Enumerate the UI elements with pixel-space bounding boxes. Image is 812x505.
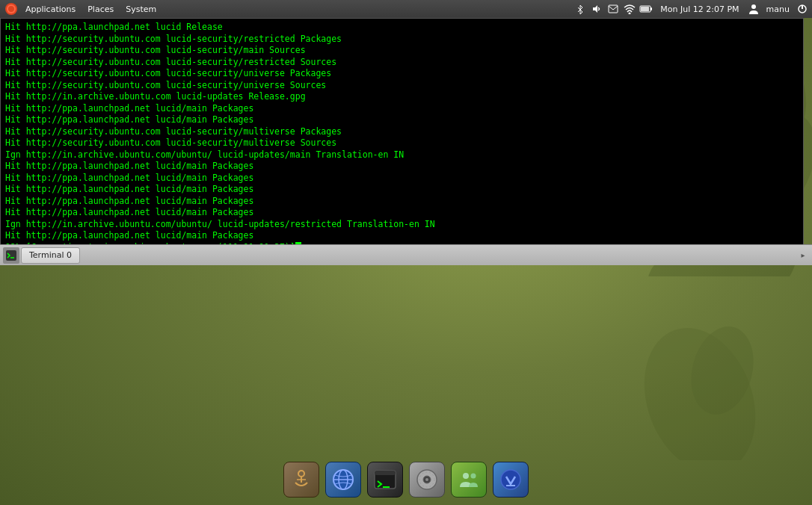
desktop-decoration-bottom — [625, 311, 775, 460]
user-icon — [747, 2, 760, 16]
svg-point-13 — [751, 4, 756, 9]
svg-point-33 — [501, 470, 520, 489]
svg-point-6 — [8, 6, 14, 12]
dock-icon-torrent[interactable] — [493, 462, 529, 498]
svg-point-3 — [682, 320, 763, 422]
dock-icon-people[interactable] — [451, 462, 487, 498]
terminal-body[interactable]: Hit http://ppa.launchpad.net lucid Relea… — [1, 19, 803, 256]
bottom-dock — [283, 462, 529, 498]
terminal-line: Hit http://ppa.launchpad.net lucid/main … — [5, 173, 799, 185]
dock-icon-terminal[interactable] — [367, 462, 403, 498]
panel-username[interactable]: manu — [763, 4, 793, 14]
panel-right: Mon Jul 12 2:07 PM manu — [573, 2, 809, 16]
terminal-line: Hit http://ppa.launchpad.net lucid/main … — [5, 103, 799, 115]
terminal-line: Hit http://security.ubuntu.com lucid-sec… — [5, 80, 799, 92]
terminal-line: Hit http://ppa.launchpad.net lucid/main … — [5, 161, 799, 173]
svg-point-32 — [471, 474, 476, 479]
terminal-line: Hit http://ppa.launchpad.net lucid/main … — [5, 207, 799, 219]
terminal-line: Hit http://ppa.launchpad.net lucid Relea… — [5, 22, 799, 34]
menu-applications[interactable]: Applications — [19, 0, 81, 18]
dock-icon-disk-manager[interactable] — [409, 462, 445, 498]
volume-icon[interactable] — [590, 2, 603, 16]
terminal-line: Ign http://in.archive.ubuntu.com/ubuntu/… — [5, 149, 799, 161]
svg-marker-7 — [593, 5, 597, 13]
svg-point-2 — [625, 312, 775, 460]
taskbar-terminal-button[interactable]: Terminal 0 — [21, 247, 80, 264]
terminal-line: Hit http://security.ubuntu.com lucid-sec… — [5, 126, 799, 138]
svg-rect-12 — [641, 7, 649, 11]
terminal-line: Hit http://in.archive.ubuntu.com lucid-u… — [5, 91, 799, 103]
terminal-line: Hit http://security.ubuntu.com lucid-sec… — [5, 34, 799, 46]
panel-app-icon — [3, 1, 19, 17]
terminal-line: Hit http://security.ubuntu.com lucid-sec… — [5, 137, 799, 149]
terminal-line: Hit http://security.ubuntu.com lucid-sec… — [5, 57, 799, 69]
dock-icon-browser[interactable] — [325, 462, 361, 498]
taskbar: Terminal 0 ▸ — [0, 244, 812, 265]
taskbar-terminal-icon — [3, 247, 19, 264]
panel-clock[interactable]: Mon Jul 12 2:07 PM — [656, 4, 743, 14]
svg-point-18 — [298, 471, 304, 477]
terminal-window: Hit http://ppa.launchpad.net lucid Relea… — [0, 18, 804, 257]
terminal-line: Hit http://ppa.launchpad.net lucid/main … — [5, 196, 799, 208]
taskbar-arrow[interactable]: ▸ — [797, 251, 809, 259]
terminal-line: Ign http://in.archive.ubuntu.com/ubuntu/… — [5, 219, 799, 231]
power-icon[interactable] — [796, 2, 809, 16]
terminal-line: Hit http://security.ubuntu.com lucid-sec… — [5, 68, 799, 80]
svg-point-29 — [425, 478, 428, 481]
terminal-line: Hit http://ppa.launchpad.net lucid/main … — [5, 184, 799, 196]
svg-rect-11 — [650, 7, 652, 10]
svg-point-31 — [463, 473, 469, 479]
menu-system[interactable]: System — [120, 0, 162, 18]
terminal-line: Hit http://ppa.launchpad.net lucid/main … — [5, 114, 799, 126]
mail-icon[interactable] — [606, 2, 620, 16]
terminal-line: Hit http://security.ubuntu.com lucid-sec… — [5, 45, 799, 57]
terminal-line: Hit http://ppa.launchpad.net lucid/main … — [5, 230, 799, 242]
bluetooth-icon[interactable] — [573, 2, 587, 16]
desktop: Applications Places System — [0, 0, 812, 505]
svg-rect-8 — [609, 5, 618, 13]
wifi-icon[interactable] — [623, 2, 636, 16]
dock-icon-docky[interactable] — [283, 462, 319, 498]
top-panel: Applications Places System — [0, 0, 812, 18]
menu-places[interactable]: Places — [81, 0, 120, 18]
svg-point-9 — [629, 13, 631, 15]
svg-rect-16 — [6, 250, 16, 261]
battery-icon — [639, 2, 653, 16]
svg-rect-25 — [375, 471, 396, 475]
panel-left: Applications Places System — [3, 0, 162, 18]
